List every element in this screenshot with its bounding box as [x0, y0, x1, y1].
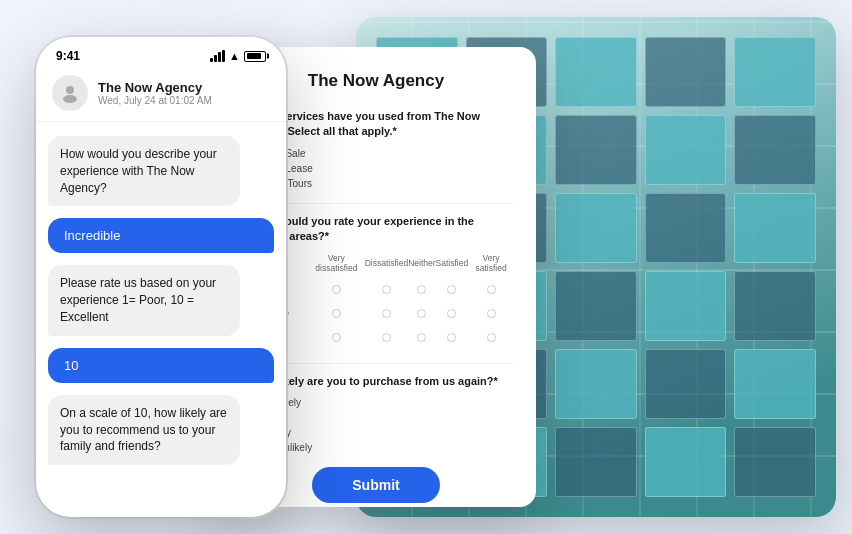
signal-icon	[210, 50, 225, 62]
radio-home-lease-5[interactable]	[487, 309, 496, 318]
chat-message-2: Incredible	[48, 218, 274, 253]
col-satisfied: Satisfied	[436, 253, 469, 277]
radio-house-tours-2[interactable]	[382, 333, 391, 342]
agency-time: Wed, July 24 at 01:02 AM	[98, 95, 270, 106]
radio-house-tours-4[interactable]	[447, 333, 456, 342]
status-time: 9:41	[56, 49, 80, 63]
radio-home-lease-4[interactable]	[447, 309, 456, 318]
radio-home-sale-1[interactable]	[332, 285, 341, 294]
svg-point-0	[66, 86, 74, 94]
scene: 9:41 ▲ The Now Agency Wed,	[16, 17, 836, 517]
radio-house-tours-5[interactable]	[487, 333, 496, 342]
radio-home-sale-2[interactable]	[382, 285, 391, 294]
col-very-satisfied: Very satisfied	[468, 253, 514, 277]
status-icons: ▲	[210, 50, 266, 62]
battery-icon	[244, 51, 266, 62]
chat-message-4: 10	[48, 348, 274, 383]
svg-point-1	[63, 95, 77, 103]
col-dissatisfied: Dissatisfied	[365, 253, 408, 277]
phone-mockup: 9:41 ▲ The Now Agency Wed,	[36, 37, 286, 517]
radio-home-sale-4[interactable]	[447, 285, 456, 294]
avatar	[52, 75, 88, 111]
agency-info: The Now Agency Wed, July 24 at 01:02 AM	[98, 80, 270, 106]
agency-name: The Now Agency	[98, 80, 270, 95]
radio-home-lease-1[interactable]	[332, 309, 341, 318]
chat-header: The Now Agency Wed, July 24 at 01:02 AM	[36, 69, 286, 122]
radio-home-sale-5[interactable]	[487, 285, 496, 294]
chat-message-1: How would you describe your experience w…	[48, 136, 240, 206]
radio-home-sale-3[interactable]	[417, 285, 426, 294]
col-neither: Neither	[408, 253, 435, 277]
radio-house-tours-1[interactable]	[332, 333, 341, 342]
chat-message-3: Please rate us based on your experience …	[48, 265, 240, 335]
col-very-dissatisfied: Very dissatisfied	[308, 253, 365, 277]
chat-area: How would you describe your experience w…	[36, 122, 286, 479]
radio-home-lease-2[interactable]	[382, 309, 391, 318]
radio-house-tours-3[interactable]	[417, 333, 426, 342]
status-bar: 9:41 ▲	[36, 37, 286, 69]
radio-home-lease-3[interactable]	[417, 309, 426, 318]
wifi-icon: ▲	[229, 50, 240, 62]
chat-message-5: On a scale of 10, how likely are you to …	[48, 395, 240, 465]
submit-button[interactable]: Submit	[312, 467, 439, 503]
